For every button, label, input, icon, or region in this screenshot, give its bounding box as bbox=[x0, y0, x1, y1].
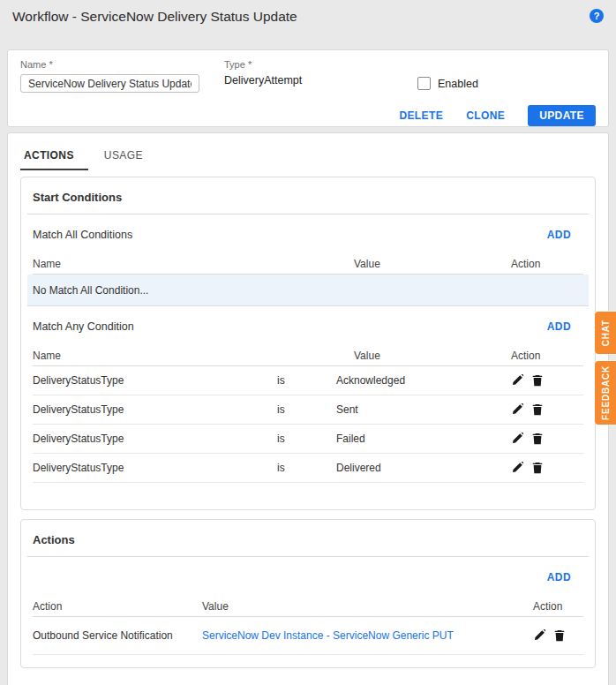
tab-bar: ACTIONS USAGE bbox=[20, 133, 596, 170]
divider bbox=[27, 556, 589, 557]
match-all-label: Match All Conditions bbox=[33, 229, 132, 241]
title-bar: Workflow - ServiceNow Delivery Status Up… bbox=[0, 0, 616, 49]
actions-table-header: Action Value Action bbox=[33, 591, 583, 617]
delete-icon[interactable] bbox=[531, 462, 544, 474]
edit-icon[interactable] bbox=[511, 374, 523, 387]
tab-actions[interactable]: ACTIONS bbox=[20, 144, 88, 170]
table-row: Outbound Service Notification ServiceNow… bbox=[33, 617, 583, 655]
delete-button[interactable]: DELETE bbox=[399, 109, 443, 122]
edit-icon[interactable] bbox=[511, 433, 523, 445]
column-header-action: Action bbox=[33, 595, 202, 613]
condition-name: DeliveryStatusType bbox=[33, 462, 277, 474]
condition-operator: is bbox=[277, 462, 336, 474]
match-all-table-header: Name Value Action bbox=[33, 248, 583, 275]
match-any-add-button[interactable]: ADD bbox=[547, 320, 571, 333]
chat-side-tab[interactable]: CHAT bbox=[595, 312, 616, 354]
feedback-side-tab[interactable]: FEEDBACK bbox=[595, 361, 616, 425]
match-all-empty-text: No Match All Condition... bbox=[33, 284, 148, 297]
condition-name: DeliveryStatusType bbox=[33, 403, 277, 416]
edit-icon[interactable] bbox=[511, 403, 523, 416]
enabled-label: Enabled bbox=[438, 78, 478, 90]
table-row: DeliveryStatusType is Sent bbox=[33, 395, 583, 425]
type-value: DeliveryAttempt bbox=[224, 74, 417, 87]
match-all-empty-row: No Match All Condition... bbox=[27, 275, 589, 306]
delete-icon[interactable] bbox=[553, 629, 566, 642]
feedback-side-tab-label: FEEDBACK bbox=[601, 365, 611, 420]
delete-icon[interactable] bbox=[531, 403, 544, 416]
condition-operator: is bbox=[277, 374, 336, 387]
help-icon[interactable]: ? bbox=[590, 9, 604, 23]
column-header-value: Value bbox=[336, 344, 477, 362]
page-title: Workflow - ServiceNow Delivery Status Up… bbox=[12, 7, 297, 25]
edit-icon[interactable] bbox=[533, 629, 545, 642]
actions-panel: Actions ADD Action Value Action Outbound… bbox=[20, 519, 596, 668]
condition-name: DeliveryStatusType bbox=[33, 374, 277, 387]
actions-add-button[interactable]: ADD bbox=[547, 571, 571, 583]
table-row: DeliveryStatusType is Delivered bbox=[33, 454, 583, 483]
column-header-name: Name bbox=[33, 344, 277, 362]
match-all-add-button[interactable]: ADD bbox=[547, 229, 571, 241]
condition-value: Acknowledged bbox=[336, 374, 477, 387]
clone-button[interactable]: CLONE bbox=[466, 109, 505, 122]
workflow-page: Workflow - ServiceNow Delivery Status Up… bbox=[0, 0, 616, 685]
type-field-label: Type * bbox=[224, 59, 417, 70]
name-field-label: Name * bbox=[20, 59, 224, 70]
update-button[interactable]: UPDATE bbox=[528, 105, 596, 126]
actions-title: Actions bbox=[33, 531, 583, 556]
column-header-action: Action bbox=[477, 344, 583, 362]
table-row: DeliveryStatusType is Failed bbox=[33, 425, 583, 454]
column-header-value: Value bbox=[336, 252, 477, 270]
column-header-action: Action bbox=[533, 595, 583, 613]
enabled-checkbox[interactable] bbox=[417, 77, 431, 90]
edit-icon[interactable] bbox=[511, 462, 523, 474]
match-any-table-header: Name Value Action bbox=[33, 340, 583, 366]
delete-icon[interactable] bbox=[531, 433, 544, 445]
start-conditions-panel: Start Conditions Match All Conditions AD… bbox=[20, 177, 596, 510]
condition-operator: is bbox=[277, 433, 336, 445]
main-card: ACTIONS USAGE Start Conditions Match All… bbox=[7, 132, 609, 685]
table-row: DeliveryStatusType is Acknowledged bbox=[33, 366, 583, 395]
tab-usage[interactable]: USAGE bbox=[101, 144, 157, 170]
chat-side-tab-label: CHAT bbox=[601, 320, 611, 346]
condition-operator: is bbox=[277, 403, 336, 416]
match-any-label: Match Any Condition bbox=[33, 320, 134, 333]
divider bbox=[27, 214, 589, 215]
name-input[interactable] bbox=[20, 74, 199, 93]
workflow-form-card: Name * Type * DeliveryAttempt Enabled DE… bbox=[7, 49, 609, 127]
column-header-value: Value bbox=[202, 595, 533, 613]
condition-value: Delivered bbox=[336, 462, 477, 474]
column-header-name: Name bbox=[33, 252, 277, 270]
start-conditions-title: Start Conditions bbox=[33, 188, 583, 214]
action-value-link[interactable]: ServiceNow Dev Instance - ServiceNow Gen… bbox=[202, 629, 533, 642]
condition-value: Failed bbox=[336, 433, 477, 445]
action-name: Outbound Service Notification bbox=[33, 629, 202, 642]
condition-name: DeliveryStatusType bbox=[33, 433, 277, 445]
delete-icon[interactable] bbox=[531, 374, 544, 387]
column-header-action: Action bbox=[477, 252, 583, 270]
condition-value: Sent bbox=[336, 403, 477, 416]
